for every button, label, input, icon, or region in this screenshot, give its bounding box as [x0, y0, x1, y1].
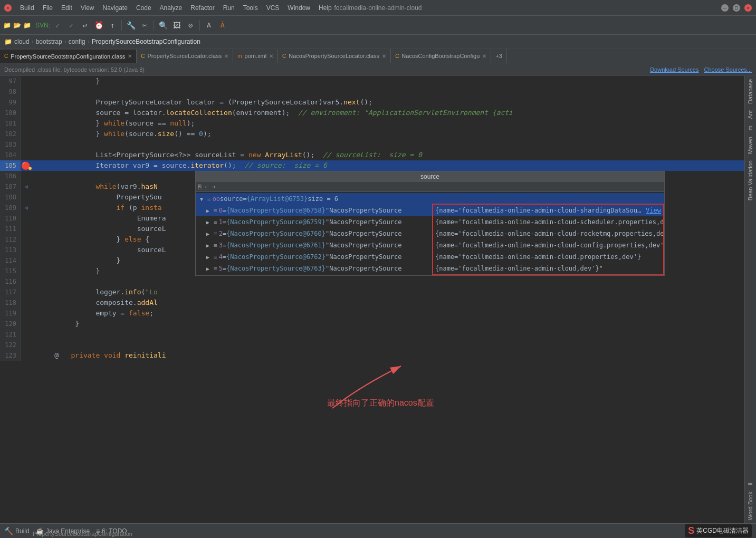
tab-icon-2: C	[141, 53, 145, 59]
debug-row0-key: 0	[219, 207, 223, 214]
debug-view-link[interactable]: View	[646, 205, 661, 216]
sidebar-m[interactable]: m	[745, 122, 756, 133]
maximize-button[interactable]: □	[733, 4, 740, 12]
tab-close-2[interactable]: ✕	[224, 53, 228, 59]
menu-view[interactable]: View	[81, 4, 94, 12]
tab-close-3[interactable]: ✕	[269, 53, 273, 59]
bottom-class-path: PropertySourceBootstrapConfiguration	[33, 531, 132, 537]
tab-icon-5: C	[395, 53, 399, 59]
menu-help[interactable]: Help	[319, 4, 332, 12]
status-bar: 🔨 Build ☕ Java Enterprise ≡ 6: TODO Prop…	[0, 523, 756, 538]
debug-row5-val: "NacosPropertySource	[326, 265, 402, 272]
push-icon[interactable]: ↑	[106, 19, 119, 32]
tab-icon-1: C	[4, 53, 8, 59]
debug-right-row-1: {name='focallmedia-online-admin-cloud-sc…	[433, 216, 663, 228]
sidebar-word-book[interactable]: Word Book	[745, 488, 756, 523]
debug-root-key: oo	[213, 195, 220, 203]
check-icon[interactable]: ✓	[51, 19, 64, 32]
debug-row2-arrow: ▶	[206, 231, 213, 237]
close-button[interactable]: ✕	[4, 4, 12, 12]
tab-nacos-locator[interactable]: C NacosPropertySourceLocator.class ✕	[278, 49, 391, 63]
tab-close-4[interactable]: ✕	[382, 53, 386, 59]
image-icon[interactable]: 🖼	[170, 19, 183, 32]
debug-back-icon[interactable]: ←	[205, 183, 208, 190]
debug-root-row[interactable]: ▼ ≡ oo source = {ArrayList@6753} size = …	[196, 193, 664, 205]
translate-a-icon[interactable]: A	[203, 19, 215, 32]
toolbar-separator	[121, 20, 122, 31]
debug-row1-eq: =	[223, 218, 226, 226]
debug-row0-type: {NacosPropertySource@6758}	[226, 207, 326, 214]
breadcrumb-bootstrap[interactable]: bootstrap	[36, 38, 62, 45]
breadcrumb: 📁 cloud › bootstrap › config › PropertyS…	[0, 35, 756, 49]
debug-row3-key: 3	[219, 242, 223, 249]
debug-right-panel: {name='focallmedia-online-admin-cloud-sh…	[432, 204, 664, 275]
debug-root-icon: ≡	[207, 196, 211, 203]
menu-run[interactable]: Run	[223, 4, 235, 12]
menu-edit[interactable]: Edit	[61, 4, 72, 12]
search-icon[interactable]: 🔍	[157, 19, 169, 32]
menu-navigate[interactable]: Navigate	[103, 4, 128, 12]
tab-nacos-config[interactable]: C NacosConfigBootstrapConfigu ✕	[391, 49, 491, 63]
debug-row2-key: 2	[219, 230, 223, 237]
debug-row4-icon: ≡	[214, 254, 217, 261]
translate-b-icon[interactable]: Ā	[216, 19, 229, 32]
debug-forward-icon[interactable]: →	[212, 183, 215, 190]
toolbar: 📁 📂 📁 SVN: ✓ ✓ ↩ ⏰ ↑ 🔧 ✂ 🔍 🖼 ⊘ A Ā	[0, 16, 756, 35]
scissors-icon[interactable]: ✂	[138, 19, 151, 32]
sidebar-il[interactable]: il	[745, 479, 756, 488]
menu-analyze[interactable]: Analyze	[160, 4, 183, 12]
toolbar-separator3	[199, 20, 200, 31]
code-line-104: 104 List<PropertySource<?>> sourceList =…	[0, 150, 744, 160]
code-line-98: 98	[0, 87, 744, 97]
breadcrumb-config[interactable]: config	[69, 38, 85, 45]
tab-property-bootstrap[interactable]: C PropertySourceBootstrapConfiguration.c…	[0, 49, 137, 63]
debug-row5-eq: =	[223, 265, 226, 272]
tab-pom[interactable]: m pom.xml ✕	[233, 49, 278, 63]
minimize-button[interactable]: —	[721, 4, 729, 12]
tab-label-5: NacosConfigBootstrapConfigu	[401, 53, 480, 59]
close-button-right[interactable]: ✕	[744, 4, 752, 12]
debug-root-eq: =	[243, 195, 246, 203]
status-build[interactable]: 🔨 Build	[4, 527, 30, 535]
debug-row2-val: "NacosPropertySource	[326, 230, 402, 237]
sidebar-ant[interactable]: Ant	[745, 107, 756, 122]
debug-popup-toolbar: ⎘ ← →	[196, 182, 664, 192]
logo-area: S 英CGD电磁清洁器	[685, 524, 752, 537]
debug-row5-type: {NacosPropertySource@6763}	[226, 265, 326, 272]
debug-row0-icon: ≡	[214, 207, 217, 214]
wrench-icon[interactable]: 🔧	[125, 19, 137, 32]
debug-right-text-0: {name='focallmedia-online-admin-cloud-sh…	[435, 205, 645, 216]
revert-icon[interactable]: ↩	[79, 19, 91, 32]
svn-label: SVN:	[35, 22, 50, 29]
debug-copy-icon[interactable]: ⎘	[198, 183, 202, 190]
tab-property-locator[interactable]: C PropertySourceLocator.class ✕	[137, 49, 233, 63]
code-editor[interactable]: 97 } 98 99 PropertySourceLocator locator…	[0, 76, 744, 523]
sidebar-bean-validation[interactable]: Bean Validation	[745, 157, 756, 204]
menu-vcs[interactable]: VCS	[266, 4, 280, 12]
check2-icon[interactable]: ✓	[65, 19, 78, 32]
breadcrumb-class[interactable]: PropertySourceBootstrapConfiguration	[92, 38, 200, 45]
menu-refactor[interactable]: Refactor	[190, 4, 214, 12]
cancel-icon[interactable]: ⊘	[184, 19, 197, 32]
debug-right-row-2: {name='focallmedia-online-admin-cloud-ro…	[433, 228, 663, 239]
breadcrumb-cloud[interactable]: cloud	[14, 38, 30, 45]
menu-window[interactable]: Window	[288, 4, 310, 12]
tab-more[interactable]: +3	[491, 49, 507, 63]
debug-row3-val: "NacosPropertySource	[326, 242, 402, 249]
sidebar-maven[interactable]: Maven	[745, 133, 756, 157]
tab-label-3: pom.xml	[245, 53, 267, 59]
tab-close-1[interactable]: ✕	[128, 53, 132, 59]
menu-bar: ✕ Build File Edit View Navigate Code Ana…	[4, 4, 332, 12]
sidebar-database[interactable]: Database	[745, 76, 756, 107]
menu-tools[interactable]: Tools	[243, 4, 258, 12]
history-icon[interactable]: ⏰	[92, 19, 105, 32]
menu-file[interactable]: File	[43, 4, 53, 12]
choose-sources-link[interactable]: Choose Sources...	[704, 66, 752, 73]
tab-close-5[interactable]: ✕	[482, 53, 486, 59]
code-line-101: 101 } while(source == null);	[0, 118, 744, 129]
download-sources-link[interactable]: Download Sources	[650, 66, 698, 73]
debug-row4-eq: =	[223, 253, 226, 261]
folder-icon: 📁	[3, 22, 11, 29]
menu-code[interactable]: Code	[136, 4, 151, 12]
menu-build[interactable]: Build	[20, 4, 34, 12]
